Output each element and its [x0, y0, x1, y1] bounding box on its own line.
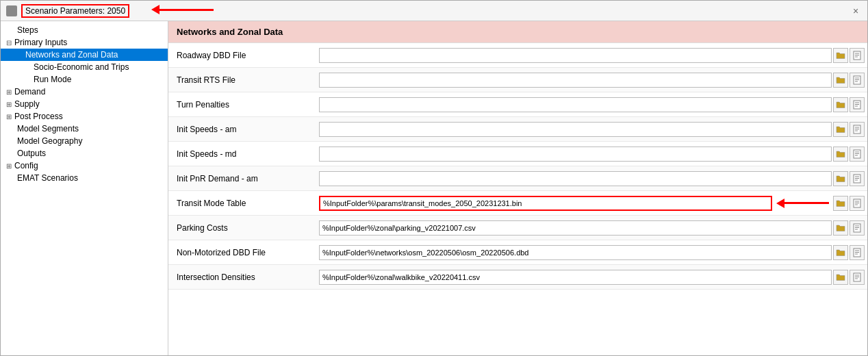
folder-btn-roadway-dbd[interactable]	[833, 48, 848, 63]
sidebar-item-steps[interactable]: Steps	[1, 24, 168, 36]
expand-icon-model-segments	[6, 125, 14, 133]
doc-btn-turn-penalties[interactable]	[850, 97, 865, 112]
row-non-motorized-dbd: Non-Motorized DBD File	[168, 240, 867, 265]
doc-btn-roadway-dbd[interactable]	[850, 48, 865, 63]
doc-icon	[853, 199, 861, 208]
folder-icon	[836, 149, 845, 159]
sidebar-label-post-process: Post Process	[14, 112, 63, 121]
input-area-init-speeds-am	[319, 122, 867, 137]
folder-icon	[836, 199, 845, 208]
input-init-speeds-md[interactable]	[319, 147, 832, 162]
sidebar: Steps ⊟ Primary Inputs Networks and Zona…	[1, 21, 168, 355]
label-init-speeds-am: Init Speeds - am	[168, 125, 319, 134]
sidebar-label-networks-zonal: Networks and Zonal Data	[25, 50, 118, 60]
folder-btn-init-pnr-demand[interactable]	[833, 171, 848, 186]
sidebar-item-socio-economic[interactable]: Socio-Economic and Trips	[1, 61, 168, 73]
sidebar-label-model-geography: Model Geography	[17, 136, 82, 146]
input-area-intersection-densities	[319, 270, 867, 285]
sidebar-item-run-mode[interactable]: Run Mode	[1, 73, 168, 86]
folder-icon	[836, 174, 845, 183]
row-arrow-annotation	[776, 199, 829, 208]
doc-icon	[853, 100, 861, 110]
doc-icon	[853, 174, 861, 183]
sidebar-label-emat-scenarios: EMAT Scenarios	[17, 173, 78, 183]
expand-icon-run-mode	[23, 76, 31, 84]
folder-btn-turn-penalties[interactable]	[833, 97, 848, 112]
input-area-parking-costs	[319, 220, 867, 236]
title-arrow-annotation	[151, 5, 214, 14]
folder-btn-intersection-densities[interactable]	[833, 270, 848, 285]
expand-icon-config	[6, 162, 12, 170]
input-roadway-dbd[interactable]	[319, 48, 832, 63]
sidebar-item-model-geography[interactable]: Model Geography	[1, 135, 168, 147]
expand-icon-model-geography	[6, 138, 14, 145]
expand-icon-socio	[23, 64, 31, 71]
row-roadway-dbd: Roadway DBD File	[168, 43, 867, 68]
sidebar-label-demand: Demand	[14, 87, 45, 97]
main-window: Scenario Parameters: 2050 × Steps ⊟ Prim…	[0, 0, 868, 356]
label-parking-costs: Parking Costs	[168, 223, 319, 233]
folder-icon	[836, 125, 845, 134]
label-turn-penalties: Turn Penalties	[168, 100, 319, 110]
sidebar-item-config[interactable]: Config	[1, 160, 168, 172]
doc-btn-non-motorized-dbd[interactable]	[850, 245, 865, 260]
folder-icon	[836, 75, 845, 85]
folder-btn-parking-costs[interactable]	[833, 220, 848, 236]
app-icon	[6, 5, 17, 16]
input-area-roadway-dbd	[319, 48, 867, 63]
sidebar-item-networks-zonal[interactable]: Networks and Zonal Data	[1, 49, 168, 61]
sidebar-item-supply[interactable]: Supply	[1, 98, 168, 110]
doc-btn-init-speeds-md[interactable]	[850, 147, 865, 162]
sidebar-item-primary-inputs[interactable]: ⊟ Primary Inputs	[1, 36, 168, 49]
folder-icon	[836, 248, 845, 257]
row-intersection-densities: Intersection Densities	[168, 265, 867, 290]
doc-btn-init-speeds-am[interactable]	[850, 122, 865, 137]
doc-icon	[853, 125, 861, 134]
folder-icon	[836, 223, 845, 233]
sidebar-label-primary-inputs: Primary Inputs	[14, 38, 67, 47]
row-turn-penalties: Turn Penalties	[168, 92, 867, 117]
folder-btn-init-speeds-am[interactable]	[833, 122, 848, 137]
input-intersection-densities[interactable]	[319, 270, 832, 285]
folder-btn-transit-rts[interactable]	[833, 73, 848, 88]
expand-icon-post-process	[6, 113, 12, 120]
doc-btn-parking-costs[interactable]	[850, 220, 865, 236]
doc-btn-init-pnr-demand[interactable]	[850, 171, 865, 186]
sidebar-item-emat-scenarios[interactable]: EMAT Scenarios	[1, 172, 168, 184]
input-area-turn-penalties	[319, 97, 867, 112]
folder-btn-init-speeds-md[interactable]	[833, 147, 848, 162]
input-parking-costs[interactable]	[319, 220, 832, 236]
expand-icon-demand	[6, 88, 12, 96]
sidebar-item-outputs[interactable]: Outputs	[1, 147, 168, 160]
expand-icon-outputs	[6, 150, 14, 157]
folder-btn-non-motorized-dbd[interactable]	[833, 245, 848, 260]
row-arrow-head	[776, 199, 784, 208]
sidebar-label-supply: Supply	[14, 99, 40, 109]
input-non-motorized-dbd[interactable]	[319, 245, 832, 260]
row-init-pnr-demand: Init PnR Demand - am	[168, 166, 867, 191]
panel-header: Networks and Zonal Data	[168, 21, 867, 43]
doc-btn-intersection-densities[interactable]	[850, 270, 865, 285]
folder-icon	[836, 51, 845, 60]
input-transit-rts[interactable]	[319, 73, 832, 88]
input-transit-mode-table[interactable]	[319, 196, 772, 211]
row-parking-costs: Parking Costs	[168, 216, 867, 240]
doc-icon	[853, 149, 861, 159]
sidebar-item-post-process[interactable]: Post Process	[1, 110, 168, 123]
sidebar-item-model-segments[interactable]: Model Segments	[1, 123, 168, 135]
sidebar-label-outputs: Outputs	[17, 149, 46, 158]
expand-icon-networks	[14, 51, 23, 59]
close-button[interactable]: ×	[850, 5, 862, 17]
row-transit-mode-table: Transit Mode Table	[168, 191, 867, 216]
sidebar-item-demand[interactable]: Demand	[1, 86, 168, 98]
folder-btn-transit-mode-table[interactable]	[833, 196, 848, 211]
doc-icon	[853, 75, 861, 85]
doc-btn-transit-mode-table[interactable]	[850, 196, 865, 211]
right-panel: Networks and Zonal Data Roadway DBD File	[168, 21, 867, 355]
expand-icon-emat	[6, 175, 14, 182]
doc-btn-transit-rts[interactable]	[850, 73, 865, 88]
input-init-speeds-am[interactable]	[319, 122, 832, 137]
input-turn-penalties[interactable]	[319, 97, 832, 112]
expand-icon-supply	[6, 101, 12, 108]
input-init-pnr-demand[interactable]	[319, 171, 832, 186]
